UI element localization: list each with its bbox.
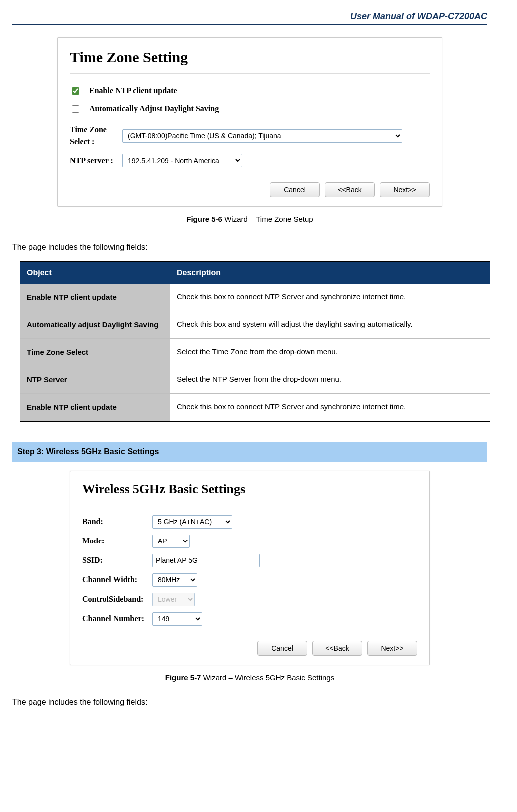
panel-divider <box>82 504 417 504</box>
cell-object: NTP Server <box>20 366 170 393</box>
caption-text: Wizard – Wireless 5GHz Basic Settings <box>201 673 334 682</box>
panel-title: Wireless 5GHz Basic Settings <box>82 479 417 499</box>
control-sideband-label: ControlSideband: <box>82 593 147 605</box>
ssid-row: SSID: <box>82 554 417 567</box>
enable-ntp-label: Enable NTP client update <box>89 85 177 97</box>
cell-object: Time Zone Select <box>20 338 170 366</box>
control-sideband-row: ControlSideband: Lower <box>82 593 417 606</box>
mode-select[interactable]: AP <box>152 535 190 548</box>
cell-desc: Check this box to connect NTP Server and… <box>170 393 490 421</box>
channel-width-select[interactable]: 80MHz <box>152 573 197 587</box>
ntp-server-label: NTP server : <box>70 155 117 167</box>
intro-text-2: The page includes the following fields: <box>12 696 487 708</box>
channel-number-label: Channel Number: <box>82 613 147 625</box>
th-object: Object <box>20 262 170 284</box>
table-row: Automatically adjust Daylight SavingChec… <box>20 311 490 338</box>
figure-5-7-caption: Figure 5-7 Wizard – Wireless 5GHz Basic … <box>12 672 487 684</box>
step-3-heading: Step 3: Wireless 5GHz Basic Settings <box>12 442 487 462</box>
th-description: Description <box>170 262 490 284</box>
wireless-5ghz-panel: Wireless 5GHz Basic Settings Band: 5 GHz… <box>70 471 430 665</box>
band-label: Band: <box>82 516 147 528</box>
channel-width-label: Channel Width: <box>82 574 147 586</box>
figure-5-7: Wireless 5GHz Basic Settings Band: 5 GHz… <box>12 471 487 684</box>
cancel-button[interactable]: Cancel <box>270 182 320 197</box>
cell-desc: Select the Time Zone from the drop-down … <box>170 338 490 366</box>
caption-text: Wizard – Time Zone Setup <box>222 215 313 223</box>
timezone-row: Time Zone Select : (GMT-08:00)Pacific Ti… <box>70 124 430 148</box>
channel-number-select[interactable]: 149 <box>152 612 202 626</box>
next-button[interactable]: Next>> <box>367 641 417 656</box>
cell-desc: Select the NTP Server from the drop-down… <box>170 366 490 393</box>
table-row: Enable NTP client updateCheck this box t… <box>20 284 490 311</box>
figure-5-6-caption: Figure 5-6 Wizard – Time Zone Setup <box>12 214 487 225</box>
band-row: Band: 5 GHz (A+N+AC) <box>82 515 417 529</box>
back-button[interactable]: <<Back <box>325 182 375 197</box>
auto-dst-label: Automatically Adjust Daylight Saving <box>89 103 219 115</box>
ssid-label: SSID: <box>82 554 147 566</box>
timezone-select[interactable]: (GMT-08:00)Pacific Time (US & Canada); T… <box>122 129 402 143</box>
cell-desc: Check this box to connect NTP Server and… <box>170 284 490 311</box>
band-select[interactable]: 5 GHz (A+N+AC) <box>152 515 232 529</box>
ntp-server-row: NTP server : 192.5.41.209 - North Americ… <box>70 154 430 167</box>
timezone-label: Time Zone Select : <box>70 124 117 148</box>
auto-dst-row: Automatically Adjust Daylight Saving <box>70 103 430 115</box>
figure-5-6: Time Zone Setting Enable NTP client upda… <box>12 37 487 225</box>
button-row: Cancel <<Back Next>> <box>70 182 430 197</box>
table-row: Enable NTP client updateCheck this box t… <box>20 393 490 421</box>
channel-width-row: Channel Width: 80MHz <box>82 573 417 587</box>
back-button[interactable]: <<Back <box>312 641 362 656</box>
doc-header-title: User Manual of WDAP-C7200AC <box>12 10 487 23</box>
auto-dst-checkbox[interactable] <box>72 105 79 113</box>
table-row: NTP ServerSelect the NTP Server from the… <box>20 366 490 393</box>
channel-number-row: Channel Number: 149 <box>82 612 417 626</box>
button-row: Cancel <<Back Next>> <box>82 641 417 656</box>
panel-divider <box>70 73 430 74</box>
fields-table-1: Object Description Enable NTP client upd… <box>20 261 490 422</box>
enable-ntp-checkbox[interactable] <box>72 87 79 95</box>
header-rule <box>12 24 487 25</box>
time-zone-panel: Time Zone Setting Enable NTP client upda… <box>57 37 442 207</box>
table-row: Time Zone SelectSelect the Time Zone fro… <box>20 338 490 366</box>
ntp-server-select[interactable]: 192.5.41.209 - North America <box>122 154 242 167</box>
cell-object: Automatically adjust Daylight Saving <box>20 311 170 338</box>
mode-label: Mode: <box>82 535 147 547</box>
cell-object: Enable NTP client update <box>20 284 170 311</box>
next-button[interactable]: Next>> <box>380 182 430 197</box>
cell-object: Enable NTP client update <box>20 393 170 421</box>
ssid-input[interactable] <box>152 554 260 567</box>
panel-title: Time Zone Setting <box>70 46 430 68</box>
caption-bold: Figure 5-6 <box>186 215 222 223</box>
cell-desc: Check this box and system will adjust th… <box>170 311 490 338</box>
caption-bold: Figure 5-7 <box>165 673 201 682</box>
intro-text-1: The page includes the following fields: <box>12 241 487 253</box>
cancel-button[interactable]: Cancel <box>257 641 307 656</box>
control-sideband-select: Lower <box>152 593 195 606</box>
mode-row: Mode: AP <box>82 535 417 548</box>
enable-ntp-row: Enable NTP client update <box>70 85 430 97</box>
